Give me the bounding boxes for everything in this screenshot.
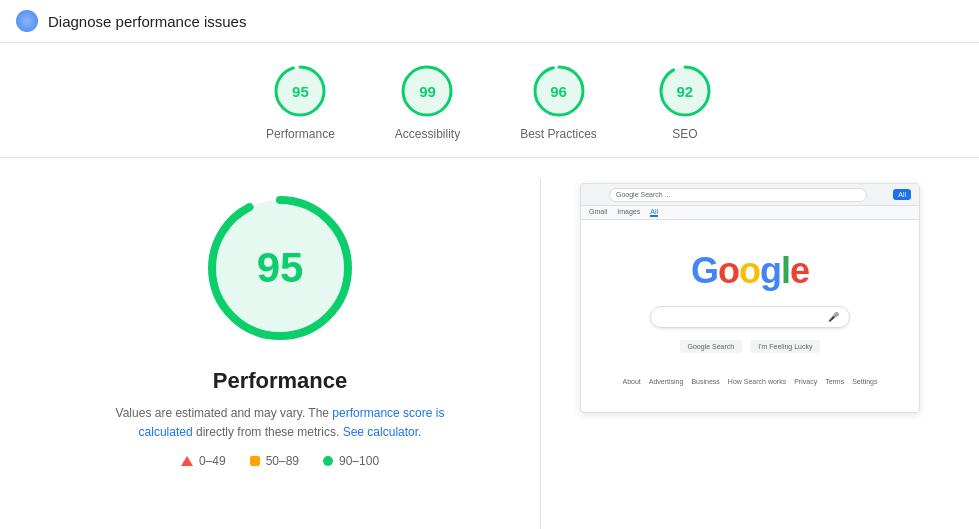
browser-body: Google 🎤 Google Search I'm Feeling Lucky…: [581, 220, 919, 395]
legend-label-high: 90–100: [339, 454, 379, 468]
search-icons: 🎤: [828, 312, 839, 322]
g-letter-3: o: [739, 250, 760, 291]
performance-description: Values are estimated and may vary. The p…: [90, 404, 470, 442]
score-best-practices[interactable]: 96 Best Practices: [520, 63, 597, 141]
legend-row: 0–49 50–89 90–100: [181, 454, 379, 468]
google-search-btn[interactable]: Google Search: [680, 340, 743, 353]
score-value-best-practices: 96: [550, 83, 567, 100]
google-logo: Google: [691, 250, 809, 292]
lighthouse-icon: [16, 10, 38, 32]
g-letter-6: e: [790, 250, 809, 291]
footer-advertising: Advertising: [649, 378, 684, 385]
footer-privacy: Privacy: [794, 378, 817, 385]
legend-item-mid: 50–89: [250, 454, 299, 468]
legend-item-low: 0–49: [181, 454, 226, 468]
footer-about: About: [622, 378, 640, 385]
score-value-performance: 95: [292, 83, 309, 100]
footer-business: Business: [691, 378, 719, 385]
footer-how-search: How Search works: [728, 378, 786, 385]
score-circle-performance: 95: [272, 63, 328, 119]
browser-url-bar: Google Search ...: [609, 188, 867, 202]
calculator-link[interactable]: See calculator.: [343, 425, 422, 439]
g-letter-5: l: [781, 250, 790, 291]
browser-nav-tabs: Gmail Images All: [581, 206, 919, 220]
tab-images: Images: [617, 208, 640, 217]
footer-terms: Terms: [825, 378, 844, 385]
browser-chrome-bar: Google Search ... All: [581, 184, 919, 206]
big-score-value: 95: [257, 244, 304, 292]
legend-label-low: 0–49: [199, 454, 226, 468]
google-action-buttons: Google Search I'm Feeling Lucky: [680, 340, 821, 353]
score-circle-accessibility: 99: [399, 63, 455, 119]
google-search-bar[interactable]: 🎤: [650, 306, 850, 328]
triangle-icon: [181, 456, 193, 466]
desc-middle-text: directly from these metrics.: [196, 425, 343, 439]
score-value-seo: 92: [677, 83, 694, 100]
tab-gmail: Gmail: [589, 208, 607, 217]
score-label-accessibility: Accessibility: [395, 127, 460, 141]
footer-settings: Settings: [852, 378, 877, 385]
url-text: Google Search ...: [616, 191, 670, 198]
score-value-accessibility: 99: [419, 83, 436, 100]
header-bar: Diagnose performance issues: [0, 0, 979, 43]
legend-item-high: 90–100: [323, 454, 379, 468]
header-title: Diagnose performance issues: [48, 13, 246, 30]
scores-row: 95 Performance 99 Accessibility 96 Best …: [0, 43, 979, 158]
big-score-circle: 95: [200, 188, 360, 348]
score-accessibility[interactable]: 99 Accessibility: [395, 63, 460, 141]
performance-title: Performance: [213, 368, 348, 394]
score-seo[interactable]: 92 SEO: [657, 63, 713, 141]
score-circle-seo: 92: [657, 63, 713, 119]
feeling-lucky-btn[interactable]: I'm Feeling Lucky: [750, 340, 820, 353]
score-performance[interactable]: 95 Performance: [266, 63, 335, 141]
g-letter-4: g: [760, 250, 781, 291]
g-letter-1: G: [691, 250, 718, 291]
score-label-best-practices: Best Practices: [520, 127, 597, 141]
score-label-performance: Performance: [266, 127, 335, 141]
square-icon: [250, 456, 260, 466]
left-panel: 95 Performance Values are estimated and …: [40, 178, 520, 529]
vertical-divider: [540, 178, 541, 529]
score-circle-best-practices: 96: [531, 63, 587, 119]
circle-icon: [323, 456, 333, 466]
right-panel: Google Search ... All Gmail Images All G…: [561, 178, 939, 529]
search-button-blue: All: [893, 189, 911, 200]
score-label-seo: SEO: [672, 127, 697, 141]
legend-label-mid: 50–89: [266, 454, 299, 468]
tab-all-active: All: [650, 208, 658, 217]
browser-footer-links: About Advertising Business How Search wo…: [622, 378, 877, 385]
browser-preview: Google Search ... All Gmail Images All G…: [580, 183, 920, 413]
main-content: 95 Performance Values are estimated and …: [0, 158, 979, 529]
g-letter-2: o: [718, 250, 739, 291]
desc-prefix-text: Values are estimated and may vary. The: [116, 406, 333, 420]
